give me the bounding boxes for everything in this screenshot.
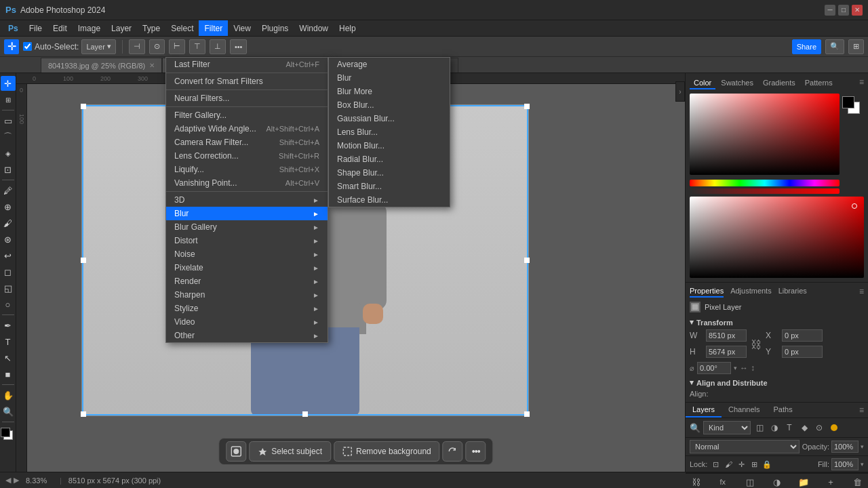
h-input[interactable] xyxy=(706,346,747,358)
filter-sharpen[interactable]: Sharpen ► xyxy=(166,288,328,302)
layer-adjustment-btn[interactable]: ◑ xyxy=(770,476,783,488)
filter-camera-raw[interactable]: Camera Raw Filter... Shift+Ctrl+A xyxy=(166,136,328,149)
color-spectrum[interactable] xyxy=(690,94,840,175)
filter-vanishing-point[interactable]: Vanishing Point... Alt+Ctrl+V xyxy=(166,176,328,190)
move-tool-options[interactable]: ✛ xyxy=(4,39,19,54)
blur-blur[interactable]: Blur xyxy=(329,71,450,85)
transform-title[interactable]: ▾ Transform xyxy=(690,318,864,327)
auto-select-checkbox[interactable] xyxy=(23,42,32,51)
path-select-tool[interactable]: ↖ xyxy=(1,350,16,365)
alpha-slider[interactable] xyxy=(690,188,840,194)
align-left-button[interactable]: ⊣ xyxy=(129,39,145,54)
maximize-button[interactable]: □ xyxy=(838,5,849,16)
select-subject-button[interactable]: Select subject xyxy=(249,441,331,462)
spot-heal-tool[interactable]: ⊕ xyxy=(1,199,16,214)
filter-adaptive-wide[interactable]: Adaptive Wide Angle... Alt+Shift+Ctrl+A xyxy=(166,122,328,136)
menu-layer[interactable]: Layer xyxy=(106,20,137,36)
layers-menu[interactable]: ≡ xyxy=(855,403,868,418)
filter-video[interactable]: Video ► xyxy=(166,315,328,329)
filter-blur[interactable]: Blur ► xyxy=(166,207,328,220)
zoom-tool[interactable]: 🔍 xyxy=(1,404,16,419)
filter-shape-btn[interactable]: ◆ xyxy=(798,422,810,434)
flip-v-icon[interactable]: ↕ xyxy=(751,363,755,373)
lock-pixels-btn[interactable]: 🖌 xyxy=(723,459,734,470)
filter-lens-correction[interactable]: Lens Correction... Shift+Ctrl+R xyxy=(166,149,328,163)
layer-delete-btn[interactable]: 🗑 xyxy=(852,476,864,488)
link-icon[interactable]: ⛓ xyxy=(751,339,762,351)
marquee-tool[interactable]: ▭ xyxy=(1,113,16,128)
lock-all-btn[interactable]: 🔒 xyxy=(762,459,772,470)
pen-tool[interactable]: ✒ xyxy=(1,318,16,333)
blur-box[interactable]: Box Blur... xyxy=(329,98,450,112)
history-brush-tool[interactable]: ↩ xyxy=(1,248,16,263)
filter-kind-select[interactable]: Kind xyxy=(703,421,751,434)
lasso-tool[interactable]: ⌒ xyxy=(1,129,16,144)
flip-h-icon[interactable]: ↔ xyxy=(740,363,748,373)
properties-menu[interactable]: ≡ xyxy=(859,287,864,298)
text-tool[interactable]: T xyxy=(1,334,16,349)
color-gradient-main[interactable] xyxy=(690,197,864,278)
blur-gaussian[interactable]: Gaussian Blur... xyxy=(329,112,450,125)
angle-input[interactable] xyxy=(697,362,731,374)
align-distribute-title[interactable]: ▾ Align and Distribute xyxy=(690,378,864,387)
hand-tool[interactable]: ✋ xyxy=(1,388,16,403)
title-bar-controls[interactable]: ─ □ ✕ xyxy=(825,5,863,16)
opacity-input[interactable] xyxy=(831,441,859,453)
blur-average[interactable]: Average xyxy=(329,58,450,71)
layer-fx-btn[interactable]: fx xyxy=(717,476,729,488)
tab-close-1[interactable]: ✕ xyxy=(149,62,155,69)
filter-convert-smart[interactable]: Convert for Smart Filters xyxy=(166,75,328,88)
filter-noise[interactable]: Noise ► xyxy=(166,247,328,261)
menu-ps[interactable]: Ps xyxy=(3,20,24,36)
layer-new-btn[interactable]: + xyxy=(825,476,837,488)
minimize-button[interactable]: ─ xyxy=(825,5,835,16)
clone-stamp-tool[interactable]: ⊛ xyxy=(1,232,16,247)
more-options-canvas-button[interactable]: ••• xyxy=(466,441,486,462)
tab-libraries[interactable]: Libraries xyxy=(778,287,807,298)
close-button[interactable]: ✕ xyxy=(852,5,863,16)
filter-gallery[interactable]: Filter Gallery... xyxy=(166,108,328,122)
blur-smart[interactable]: Smart Blur... xyxy=(329,180,450,193)
rotate-button[interactable] xyxy=(443,441,463,462)
fg-swatch-display[interactable] xyxy=(842,96,854,108)
eraser-tool[interactable]: ◻ xyxy=(1,264,16,279)
object-select-tool[interactable]: ◈ xyxy=(1,146,16,161)
menu-image[interactable]: Image xyxy=(73,20,106,36)
panel-collapse-button[interactable]: › xyxy=(675,81,685,102)
filter-liquify[interactable]: Liquify... Shift+Ctrl+X xyxy=(166,163,328,176)
layer-link-btn[interactable]: ⛓ xyxy=(690,476,702,488)
color-panel-menu[interactable]: ≡ xyxy=(859,77,864,89)
blur-shape[interactable]: Shape Blur... xyxy=(329,166,450,180)
menu-help[interactable]: Help xyxy=(334,20,361,36)
filter-type-btn[interactable]: T xyxy=(783,422,795,434)
crop-tool[interactable]: ⊡ xyxy=(1,162,16,177)
workspace-button[interactable]: ⊞ xyxy=(848,39,864,54)
blur-motion[interactable]: Motion Blur... xyxy=(329,139,450,152)
share-button[interactable]: Share xyxy=(792,39,821,54)
tab-adjustments[interactable]: Adjustments xyxy=(730,287,772,298)
layer-mask-btn[interactable]: ◫ xyxy=(744,476,756,488)
auto-select-dropdown[interactable]: Layer ▾ xyxy=(81,39,116,54)
filter-toggle[interactable] xyxy=(828,422,840,434)
tab-paths[interactable]: Paths xyxy=(767,403,800,418)
move-tool[interactable]: ✛ xyxy=(1,76,16,91)
w-input[interactable] xyxy=(706,329,747,342)
align-top-button[interactable]: ⊤ xyxy=(189,39,205,54)
filter-render[interactable]: Render ► xyxy=(166,274,328,288)
filter-3d[interactable]: 3D ► xyxy=(166,193,328,207)
blend-mode-select[interactable]: Normal xyxy=(690,440,800,453)
align-center-button[interactable]: ⊙ xyxy=(149,39,165,54)
more-options-button[interactable]: ••• xyxy=(230,39,248,54)
menu-plugins[interactable]: Plugins xyxy=(256,20,294,36)
align-right-button[interactable]: ⊢ xyxy=(169,39,185,54)
eyedropper-tool[interactable]: 🖉 xyxy=(1,183,16,198)
filter-pixel-btn[interactable]: ◫ xyxy=(753,422,766,434)
menu-edit[interactable]: Edit xyxy=(47,20,73,36)
fg-bg-swatches[interactable] xyxy=(842,96,864,118)
scroll-left-btn[interactable]: ◀ xyxy=(5,476,11,485)
menu-filter[interactable]: Filter xyxy=(199,20,228,36)
filter-neural[interactable]: Neural Filters... xyxy=(166,92,328,105)
blur-more[interactable]: Blur More xyxy=(329,85,450,98)
menu-view[interactable]: View xyxy=(228,20,256,36)
filter-smartobject-btn[interactable]: ⊙ xyxy=(813,422,825,434)
